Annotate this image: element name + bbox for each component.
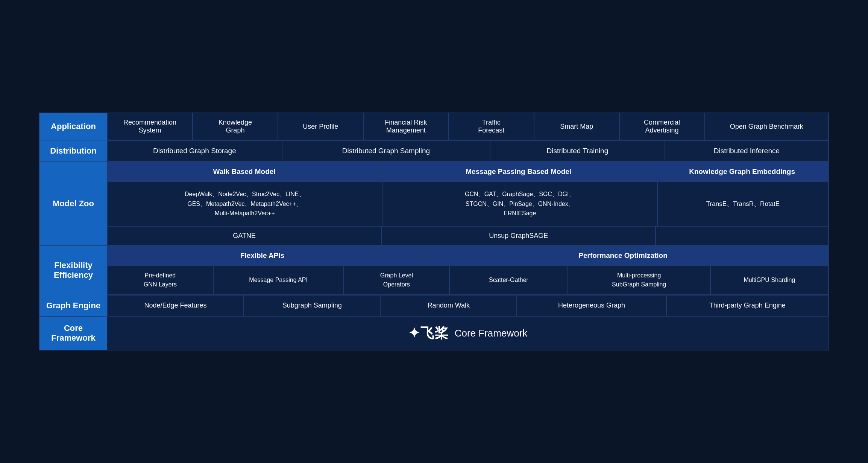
flexibility-label: FlexibilityEfficiency [39, 246, 107, 295]
model-zoo-content: Walk Based Model Message Passing Based M… [107, 162, 829, 245]
core-framework-content: ✦飞桨 Core Framework [107, 317, 829, 350]
app-smart-map: Smart Map [534, 113, 619, 140]
graph-engine-label: Graph Engine [39, 295, 107, 316]
flex-scatter: Scatter-Gather [449, 265, 568, 295]
model-message-detail: GCN、GAT、GraphSage、SGC、DGI、STGCN、GIN、PinS… [382, 181, 657, 226]
dist-graph-sampling: Distributed Graph Sampling [282, 140, 490, 161]
distribution-content: Distributed Graph Storage Distributed Gr… [107, 140, 829, 161]
flex-perf-header: Performance Optimization [417, 246, 829, 265]
app-user-profile: User Profile [278, 113, 363, 140]
application-label: Application [39, 113, 107, 140]
main-diagram: Application RecommendationSystem Knowled… [39, 113, 829, 350]
core-framework-row: CoreFramework ✦飞桨 Core Framework [39, 317, 829, 350]
app-recommendation: RecommendationSystem [107, 113, 193, 140]
model-walk-header: Walk Based Model [107, 162, 381, 181]
dist-inference: Distributed Inference [665, 140, 829, 161]
flex-headers: Flexible APIs Performance Optimization [107, 246, 829, 265]
graph-random-walk: Random Walk [380, 295, 517, 316]
model-gatne: GATNE [107, 226, 381, 245]
model-headers: Walk Based Model Message Passing Based M… [107, 162, 829, 181]
flex-multigpu: MultiGPU Sharding [710, 265, 829, 295]
flex-message-api: Message Passing API [213, 265, 344, 295]
app-open-graph: Open Graph Benchmark [705, 113, 829, 140]
flexibility-content: Flexible APIs Performance Optimization P… [107, 246, 829, 295]
flex-details: Pre-definedGNN Layers Message Passing AP… [107, 265, 829, 295]
dist-graph-storage: Distributed Graph Storage [107, 140, 282, 161]
app-traffic: TrafficForecast [449, 113, 534, 140]
graph-third-party: Third-party Graph Engine [666, 295, 829, 316]
model-zoo-row: Model Zoo Walk Based Model Message Passi… [39, 162, 829, 246]
model-details: DeepWalk、Node2Vec、Struc2Vec、LINE、GES、Met… [107, 181, 829, 226]
application-content: RecommendationSystem KnowledgeGraph User… [107, 113, 829, 140]
graph-heterogeneous: Heterogeneous Graph [517, 295, 666, 316]
app-financial: Financial RiskManagement [363, 113, 449, 140]
application-row: Application RecommendationSystem Knowled… [39, 113, 829, 140]
graph-node-edge: Node/Edge Features [107, 295, 244, 316]
model-message-header: Message Passing Based Model [381, 162, 656, 181]
flex-apis-header: Flexible APIs [107, 246, 417, 265]
flex-multiprocessing: Multi-processingSubGraph Sampling [568, 265, 710, 295]
core-content-wrapper: ✦飞桨 Core Framework [107, 317, 829, 350]
graph-engine-content: Node/Edge Features Subgraph Sampling Ran… [107, 295, 829, 316]
app-commercial: CommercialAdvertising [619, 113, 705, 140]
model-zoo-label: Model Zoo [39, 162, 107, 245]
graph-engine-row: Graph Engine Node/Edge Features Subgraph… [39, 295, 829, 317]
model-kg-detail: TransE、TransR、RotatE [657, 181, 829, 226]
core-framework-text: Core Framework [455, 327, 528, 339]
model-bottom: GATNE Unsup GraphSAGE [107, 226, 829, 245]
core-framework-label: CoreFramework [39, 317, 107, 350]
model-walk-detail: DeepWalk、Node2Vec、Struc2Vec、LINE、GES、Met… [107, 181, 382, 226]
flexibility-row: FlexibilityEfficiency Flexible APIs Perf… [39, 246, 829, 295]
graph-subgraph: Subgraph Sampling [244, 295, 380, 316]
dist-training: Distributed Training [490, 140, 665, 161]
flex-predefined: Pre-definedGNN Layers [107, 265, 213, 295]
model-kg-header: Knowledge Graph Embeddings [656, 162, 829, 181]
flex-graph-level: Graph LevelOperators [344, 265, 450, 295]
model-unsup: Unsup GraphSAGE [381, 226, 656, 245]
distribution-label: Distribution [39, 140, 107, 161]
model-kg-bottom [656, 226, 829, 245]
distribution-row: Distribution Distributed Graph Storage D… [39, 140, 829, 162]
app-knowledge: KnowledgeGraph [193, 113, 278, 140]
paddlepaddle-logo: ✦飞桨 [408, 324, 449, 343]
